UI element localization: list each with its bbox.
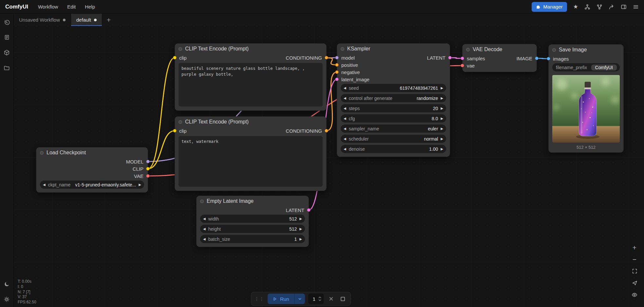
next-arrow-icon[interactable]: ▶ (299, 217, 302, 221)
collapse-dot-icon[interactable] (466, 48, 470, 51)
menu-help[interactable]: Help (85, 4, 95, 10)
denoise-widget[interactable]: ◀ denoise 1.00 ▶ (341, 145, 446, 153)
generated-image-preview[interactable] (552, 75, 620, 143)
filename-prefix-widget[interactable]: filename_prefix ComfyUI (552, 63, 620, 71)
scheduler-widget[interactable]: ◀ scheduler normal ▶ (341, 135, 446, 143)
clip-input-port[interactable] (173, 56, 177, 60)
images-input-port[interactable] (547, 57, 550, 61)
run-options-caret[interactable] (294, 294, 305, 304)
prev-arrow-icon[interactable]: ◀ (344, 147, 346, 151)
prev-arrow-icon[interactable]: ◀ (344, 97, 346, 100)
clip-input-port[interactable] (173, 129, 177, 133)
node-header[interactable]: KSampler (337, 44, 450, 54)
prompt-textarea[interactable]: text, watermark (179, 136, 323, 187)
clip-output-port[interactable] (146, 167, 150, 171)
positive-input-port[interactable] (335, 63, 339, 67)
menu-edit[interactable]: Edit (67, 4, 76, 10)
conditioning-output-port[interactable] (325, 56, 328, 60)
node-empty-latent-image[interactable]: Empty Latent Image LATENT ◀ width 512 ▶ … (196, 196, 309, 247)
prev-arrow-icon[interactable]: ◀ (344, 117, 346, 120)
vae-input-port[interactable] (461, 64, 464, 67)
batch-count-input[interactable]: 1 (308, 294, 324, 304)
zoom-out-button[interactable]: − (629, 254, 640, 264)
prompt-textarea[interactable]: beautiful scenery nature glass bottle la… (179, 63, 323, 106)
batch-size-widget[interactable]: ◀ batch_size 1 ▶ (200, 235, 305, 243)
node-clip-text-encode-negative[interactable]: CLIP Text Encode (Prompt) clip CONDITION… (175, 116, 327, 191)
widget-value[interactable]: ComfyUI (591, 65, 617, 70)
prev-arrow-icon[interactable]: ◀ (203, 238, 206, 241)
run-button[interactable]: Run (268, 294, 294, 304)
drag-handle-icon[interactable]: ⋮⋮ (255, 296, 264, 301)
panel-toggle-icon[interactable] (621, 4, 627, 10)
fit-view-button[interactable] (629, 266, 640, 276)
collapse-dot-icon[interactable] (179, 120, 182, 124)
unsaved-dot-icon[interactable] (94, 19, 97, 21)
next-arrow-icon[interactable]: ▶ (441, 147, 443, 151)
next-arrow-icon[interactable]: ▶ (139, 183, 141, 186)
node-header[interactable]: VAE Decode (463, 44, 537, 55)
next-arrow-icon[interactable]: ▶ (441, 127, 443, 130)
select-mode-button[interactable] (629, 278, 640, 288)
latent-output-port[interactable] (307, 208, 311, 212)
sampler-name-widget[interactable]: ◀ sampler_name euler ▶ (341, 125, 446, 133)
image-output-port[interactable] (535, 57, 539, 60)
share-icon[interactable] (609, 4, 615, 10)
node-header[interactable]: Load Checkpoint (36, 147, 148, 158)
prev-arrow-icon[interactable]: ◀ (43, 183, 46, 186)
node-save-image[interactable]: Save Image images filename_prefix ComfyU… (548, 44, 624, 153)
unsaved-dot-icon[interactable] (63, 19, 66, 21)
manager-button[interactable]: Manager (532, 2, 567, 12)
prev-arrow-icon[interactable]: ◀ (203, 217, 206, 221)
node-header[interactable]: CLIP Text Encode (Prompt) (175, 117, 326, 127)
zoom-in-button[interactable]: + (629, 242, 640, 253)
node-header[interactable]: Empty Latent Image (197, 196, 309, 206)
collapse-dot-icon[interactable] (200, 200, 204, 203)
workflow-history-icon[interactable] (2, 18, 11, 27)
node-load-checkpoint[interactable]: Load Checkpoint MODEL CLIP VAE ◀ ckpt_na… (36, 147, 148, 193)
node-clip-text-encode-positive[interactable]: CLIP Text Encode (Prompt) clip CONDITION… (175, 43, 327, 111)
custom-nodes-icon[interactable] (597, 4, 602, 10)
next-arrow-icon[interactable]: ▶ (441, 117, 443, 120)
control-after-generate-widget[interactable]: ◀ control after generate randomize ▶ (341, 94, 446, 102)
samples-input-port[interactable] (461, 57, 464, 60)
node-header[interactable]: Save Image (549, 45, 623, 55)
latent-output-port[interactable] (448, 56, 452, 60)
tab-default[interactable]: default (71, 14, 102, 26)
ckpt-name-widget[interactable]: ◀ ckpt_name v1-5-pruned-emaonly.safete..… (40, 181, 144, 189)
spinner-up-icon[interactable] (318, 297, 321, 298)
menu-workflow[interactable]: Workflow (38, 4, 58, 10)
cancel-run-button[interactable] (327, 294, 335, 304)
workflows-folder-icon[interactable] (2, 63, 11, 72)
vae-output-port[interactable] (146, 174, 150, 178)
seed-widget[interactable]: ◀ seed 619747483947261 ▶ (341, 84, 446, 92)
new-tab-button[interactable]: + (102, 14, 115, 26)
prev-arrow-icon[interactable]: ◀ (344, 86, 346, 90)
spinner-down-icon[interactable] (318, 299, 321, 301)
node-ksampler[interactable]: KSampler model LATENT positive negative … (337, 43, 450, 157)
negative-input-port[interactable] (335, 70, 339, 74)
collapse-dot-icon[interactable] (341, 47, 344, 51)
next-arrow-icon[interactable]: ▶ (441, 97, 443, 100)
clear-queue-button[interactable] (339, 294, 347, 304)
steps-widget[interactable]: ◀ steps 20 ▶ (341, 104, 446, 112)
prev-arrow-icon[interactable]: ◀ (203, 227, 206, 231)
collapse-dot-icon[interactable] (179, 47, 182, 51)
model-output-port[interactable] (146, 160, 150, 163)
collapse-dot-icon[interactable] (40, 151, 44, 155)
theme-toggle-moon-icon[interactable] (2, 279, 11, 289)
next-arrow-icon[interactable]: ▶ (441, 137, 443, 141)
prev-arrow-icon[interactable]: ◀ (344, 137, 346, 141)
next-arrow-icon[interactable]: ▶ (441, 107, 443, 110)
node-graph-icon[interactable] (584, 4, 590, 10)
next-arrow-icon[interactable]: ▶ (441, 86, 443, 90)
menu-hamburger-icon[interactable] (633, 4, 639, 10)
next-arrow-icon[interactable]: ▶ (299, 227, 302, 231)
settings-gear-icon[interactable] (2, 295, 11, 304)
node-vae-decode[interactable]: VAE Decode samples IMAGE vae (462, 44, 537, 72)
app-logo[interactable]: ComfyUI (5, 4, 28, 10)
next-arrow-icon[interactable]: ▶ (299, 238, 302, 241)
toggle-visibility-button[interactable] (629, 290, 640, 300)
prev-arrow-icon[interactable]: ◀ (344, 107, 346, 110)
tab-unsaved-workflow[interactable]: Unsaved Workflow (14, 14, 71, 26)
width-widget[interactable]: ◀ width 512 ▶ (200, 215, 305, 223)
